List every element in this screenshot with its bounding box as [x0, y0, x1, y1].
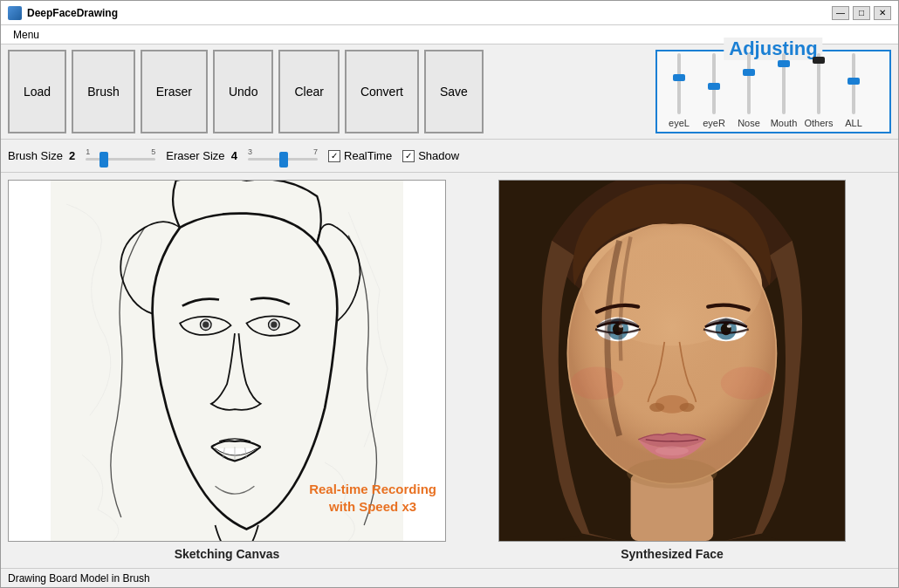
status-text: Drawing Board Model in Brush — [8, 572, 150, 585]
load-button[interactable]: Load — [8, 50, 66, 133]
save-button[interactable]: Save — [424, 50, 484, 133]
slider-eyeL-label: eyeL — [669, 118, 690, 128]
eraser-size-slider[interactable]: 3 7 — [248, 144, 318, 168]
title-bar: DeepFaceDrawing — □ ✕ — [1, 1, 898, 25]
eraser-size-label: Eraser Size 4 — [166, 149, 237, 162]
title-bar-left: DeepFaceDrawing — [8, 6, 118, 20]
slider-eyeL-thumb[interactable] — [673, 74, 685, 81]
svg-point-24 — [680, 403, 695, 412]
svg-point-26 — [721, 366, 773, 400]
slider-others-thumb[interactable] — [813, 57, 825, 64]
slider-mouth-label: Mouth — [771, 118, 798, 128]
controls-row: Brush Size 2 1 5 Eraser Size 4 3 7 — [1, 140, 898, 173]
realtime-checkbox[interactable]: ✓ — [328, 150, 340, 162]
clear-button[interactable]: Clear — [278, 50, 339, 133]
synth-canvas-label: Synthesized Face — [621, 547, 724, 561]
realtime-checkbox-group: ✓ RealTime — [328, 149, 392, 162]
realtime-label: RealTime — [344, 149, 392, 162]
shadow-label: Shadow — [418, 149, 459, 162]
eraser-button[interactable]: Eraser — [141, 50, 208, 133]
status-bar: Drawing Board Model in Brush — [1, 568, 898, 587]
undo-button[interactable]: Undo — [213, 50, 273, 133]
slider-all-thumb[interactable] — [848, 78, 860, 85]
slider-eyeR-label: eyeR — [703, 118, 725, 128]
brush-slider-thumb[interactable] — [100, 152, 108, 168]
eraser-slider-thumb[interactable] — [279, 152, 288, 168]
slider-all-label: ALL — [845, 118, 862, 128]
window-title: DeepFaceDrawing — [27, 7, 118, 19]
close-button[interactable]: ✕ — [874, 6, 891, 20]
sketch-canvas-box[interactable]: Real-time Recordingwith Speed x3 — [8, 180, 446, 542]
brush-size-value: 2 — [69, 149, 75, 162]
slider-mouth-thumb[interactable] — [778, 60, 790, 67]
slider-all[interactable]: ALL — [837, 53, 870, 128]
shadow-checkbox[interactable]: ✓ — [402, 150, 415, 162]
shadow-checkbox-group: ✓ Shadow — [402, 149, 459, 162]
slider-nose-label: Nose — [738, 118, 760, 128]
title-controls: — □ ✕ — [832, 6, 891, 20]
synth-face-svg — [499, 181, 845, 541]
brush-button[interactable]: Brush — [72, 50, 135, 133]
svg-point-23 — [649, 403, 664, 412]
minimize-button[interactable]: — — [832, 6, 849, 20]
slider-eyeR[interactable]: eyeR — [697, 53, 731, 128]
slider-others-label: Others — [804, 118, 833, 128]
maximize-button[interactable]: □ — [853, 6, 870, 20]
convert-button[interactable]: Convert — [345, 50, 419, 133]
main-window: DeepFaceDrawing — □ ✕ Menu Load Brush Er… — [0, 0, 899, 588]
svg-point-28 — [627, 458, 717, 488]
svg-point-2 — [202, 322, 209, 328]
brush-size-slider[interactable]: 1 5 — [86, 144, 155, 168]
sketch-canvas-container: Real-time Recordingwith Speed x3 Sketchi… — [8, 180, 446, 561]
synth-canvas-container: Synthesized Face — [453, 180, 891, 561]
slider-nose[interactable]: Nose — [732, 53, 765, 128]
slider-eyeL[interactable]: eyeL — [662, 53, 696, 128]
svg-point-4 — [271, 322, 277, 328]
synth-face-box — [498, 180, 846, 542]
brush-size-label: Brush Size 2 — [8, 149, 75, 162]
main-area: Real-time Recordingwith Speed x3 Sketchi… — [1, 173, 898, 568]
adjusting-title: Adjusting — [724, 38, 822, 60]
svg-rect-0 — [51, 181, 403, 541]
sketch-svg — [9, 181, 445, 541]
menu-item-menu[interactable]: Menu — [6, 27, 46, 43]
eraser-size-value: 4 — [231, 149, 237, 162]
sliders-row: eyeL eyeR Nose — [662, 58, 884, 128]
slider-nose-thumb[interactable] — [743, 69, 755, 76]
adjusting-panel: Adjusting eyeL eyeR — [655, 50, 891, 133]
svg-point-25 — [571, 366, 623, 400]
svg-point-21 — [727, 325, 731, 327]
app-icon — [8, 6, 22, 20]
slider-eyeR-thumb[interactable] — [708, 83, 720, 90]
slider-mouth[interactable]: Mouth — [767, 53, 800, 128]
svg-point-27 — [655, 447, 689, 455]
slider-others[interactable]: Others — [802, 53, 835, 128]
sketch-canvas-label: Sketching Canvas — [175, 547, 280, 561]
